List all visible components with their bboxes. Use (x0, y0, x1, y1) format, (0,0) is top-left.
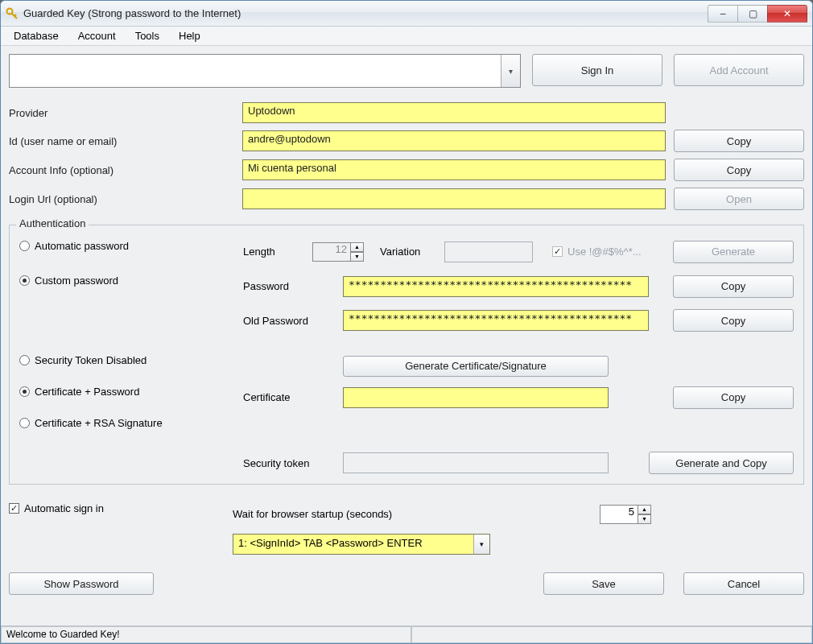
security-token-label: Security token (243, 457, 335, 469)
window-controls: – ▢ ✕ (708, 5, 807, 23)
certificate-password-label: Certificate + Password (35, 386, 139, 398)
menu-tools[interactable]: Tools (127, 28, 167, 43)
certificate-field[interactable] (343, 387, 609, 408)
certificate-password-radio[interactable] (19, 386, 30, 397)
wait-browser-label: Wait for browser startup (seconds) (233, 508, 592, 520)
copy-password-button[interactable]: Copy (673, 275, 794, 298)
svg-point-0 (7, 8, 13, 14)
variation-field[interactable] (444, 242, 533, 262)
copy-account-info-button[interactable]: Copy (674, 159, 804, 181)
security-token-field[interactable] (343, 452, 609, 473)
automatic-password-radio[interactable] (19, 241, 30, 251)
client-area: ▾ Sign In Add Account Provider Uptodown … (1, 46, 812, 625)
signin-sequence-dropdown[interactable]: 1: <SignInId> TAB <Password> ENTER ▾ (233, 534, 490, 555)
copy-id-button[interactable]: Copy (674, 130, 804, 152)
wait-down-icon[interactable]: ▼ (638, 514, 651, 524)
close-button[interactable]: ✕ (767, 5, 807, 23)
generate-certificate-button[interactable]: Generate Certificate/Signature (343, 356, 609, 377)
titlebar: Guarded Key (Strong password to the Inte… (1, 1, 812, 27)
save-button[interactable]: Save (543, 572, 664, 595)
window-title: Guarded Key (Strong password to the Inte… (23, 7, 241, 19)
old-password-label: Old Password (243, 315, 335, 327)
main-window: Guarded Key (Strong password to the Inte… (0, 0, 813, 644)
account-combo[interactable]: ▾ (9, 54, 521, 88)
password-field[interactable]: ****************************************… (343, 276, 649, 297)
length-label: Length (243, 246, 304, 258)
menu-database[interactable]: Database (6, 28, 67, 43)
status-right (411, 626, 812, 643)
open-url-button[interactable]: Open (674, 188, 804, 210)
copy-certificate-button[interactable]: Copy (673, 386, 794, 409)
account-combo-text[interactable] (10, 55, 501, 87)
id-label: Id (user name or email) (9, 135, 234, 147)
svg-line-2 (14, 14, 16, 16)
chevron-down-icon[interactable]: ▾ (501, 55, 520, 87)
provider-field[interactable]: Uptodown (242, 102, 666, 123)
account-info-field[interactable]: Mi cuenta personal (242, 159, 666, 180)
maximize-button[interactable]: ▢ (737, 5, 768, 23)
length-value[interactable]: 12 (312, 242, 351, 262)
custom-password-radio[interactable] (19, 275, 30, 286)
show-password-button[interactable]: Show Password (9, 572, 154, 595)
provider-label: Provider (9, 107, 234, 119)
wait-up-icon[interactable]: ▲ (638, 505, 651, 514)
add-account-button[interactable]: Add Account (674, 54, 804, 86)
authentication-legend: Authentication (16, 217, 89, 229)
id-field[interactable]: andre@uptodown (242, 130, 666, 151)
automatic-sign-in-label: Automatic sign in (24, 502, 104, 514)
authentication-group: Authentication Automatic password Length… (9, 225, 804, 485)
generate-button[interactable]: Generate (673, 241, 794, 263)
length-spinner[interactable]: 12 ▲▼ (312, 242, 364, 262)
status-text: Welcome to Guarded Key! (1, 626, 411, 643)
certificate-rsa-label: Certificate + RSA Signature (35, 417, 163, 429)
wait-spinner[interactable]: 5 ▲▼ (600, 505, 651, 524)
use-symbols-label: Use !@#$%^*... (567, 246, 642, 258)
sign-in-button[interactable]: Sign In (532, 54, 662, 86)
old-password-field[interactable]: ****************************************… (343, 310, 649, 331)
wait-value[interactable]: 5 (600, 505, 638, 524)
menubar: Database Account Tools Help (1, 27, 812, 46)
chevron-down-icon[interactable]: ▾ (473, 535, 489, 554)
login-url-field[interactable] (242, 188, 666, 209)
automatic-sign-in-checkbox[interactable] (9, 503, 19, 514)
copy-old-password-button[interactable]: Copy (673, 309, 794, 332)
use-symbols-checkbox[interactable] (552, 246, 563, 257)
password-label: Password (243, 280, 335, 292)
login-url-label: Login Url (optional) (9, 193, 234, 205)
security-token-disabled-label: Security Token Disabled (35, 354, 147, 366)
account-info-label: Account Info (optional) (9, 164, 234, 176)
automatic-password-label: Automatic password (35, 240, 129, 252)
menu-account[interactable]: Account (70, 28, 124, 43)
minimize-button[interactable]: – (708, 5, 738, 23)
custom-password-label: Custom password (35, 275, 118, 287)
length-up-icon[interactable]: ▲ (351, 242, 364, 252)
menu-help[interactable]: Help (171, 28, 208, 43)
cancel-button[interactable]: Cancel (683, 572, 804, 595)
length-down-icon[interactable]: ▼ (351, 252, 364, 262)
generate-and-copy-button[interactable]: Generate and Copy (649, 452, 794, 474)
statusbar: Welcome to Guarded Key! (1, 625, 812, 643)
certificate-rsa-radio[interactable] (19, 418, 30, 428)
signin-sequence-value: 1: <SignInId> TAB <Password> ENTER (233, 535, 473, 554)
certificate-label: Certificate (243, 391, 335, 403)
security-token-disabled-radio[interactable] (19, 355, 30, 365)
key-icon (6, 7, 19, 20)
variation-label: Variation (380, 246, 436, 258)
